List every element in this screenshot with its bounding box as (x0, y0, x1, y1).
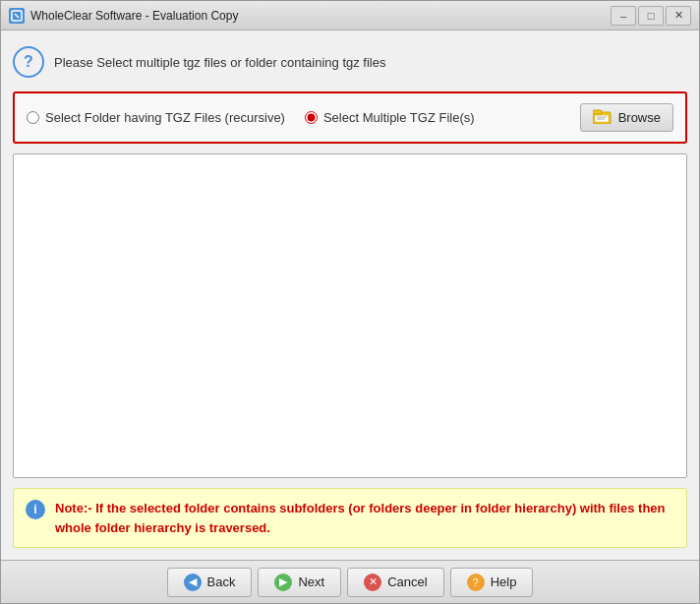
back-button[interactable]: ◀ Back (167, 568, 253, 597)
content-area: ? Please Select multiple tgz files or fo… (1, 30, 699, 560)
browse-label: Browse (618, 110, 661, 125)
help-icon: ? (467, 574, 485, 591)
title-bar: WholeClear Software - Evaluation Copy – … (1, 1, 699, 30)
next-icon: ▶ (274, 574, 292, 591)
browse-button[interactable]: Browse (580, 103, 673, 132)
header-section: ? Please Select multiple tgz files or fo… (13, 42, 687, 82)
window-controls: – □ ✕ (611, 6, 691, 26)
app-icon (9, 8, 25, 24)
note-text: Note:- If the selected folder contains s… (55, 499, 674, 537)
back-icon: ◀ (184, 574, 202, 591)
help-button[interactable]: ? Help (450, 568, 534, 597)
back-label: Back (207, 574, 236, 589)
help-label: Help (491, 574, 517, 589)
next-label: Next (298, 574, 324, 589)
footer-bar: ◀ Back ▶ Next ✕ Cancel ? Help (1, 560, 699, 603)
file-list-area[interactable] (13, 153, 687, 478)
note-icon: i (26, 500, 45, 519)
browse-icon (593, 108, 612, 127)
window-title: WholeClear Software - Evaluation Copy (30, 9, 611, 23)
cancel-icon: ✕ (364, 574, 381, 591)
radio-files[interactable] (305, 111, 318, 124)
header-icon: ? (13, 46, 44, 78)
option-folder-label: Select Folder having TGZ Files (recursiv… (45, 110, 285, 125)
cancel-button[interactable]: ✕ Cancel (347, 568, 443, 597)
svg-rect-3 (593, 110, 602, 114)
option-files-label: Select Multiple TGZ File(s) (323, 110, 475, 125)
next-button[interactable]: ▶ Next (258, 568, 341, 597)
header-text: Please Select multiple tgz files or fold… (54, 55, 385, 70)
selection-box: Select Folder having TGZ Files (recursiv… (13, 91, 687, 144)
option-folder[interactable]: Select Folder having TGZ Files (recursiv… (27, 110, 285, 125)
option-files[interactable]: Select Multiple TGZ File(s) (305, 110, 475, 125)
minimize-button[interactable]: – (611, 6, 636, 26)
close-button[interactable]: ✕ (666, 6, 691, 26)
svg-line-1 (15, 14, 19, 18)
radio-folder[interactable] (27, 111, 39, 124)
note-section: i Note:- If the selected folder contains… (13, 488, 687, 548)
maximize-button[interactable]: □ (638, 6, 664, 26)
cancel-label: Cancel (387, 574, 427, 589)
main-window: WholeClear Software - Evaluation Copy – … (0, 0, 700, 604)
